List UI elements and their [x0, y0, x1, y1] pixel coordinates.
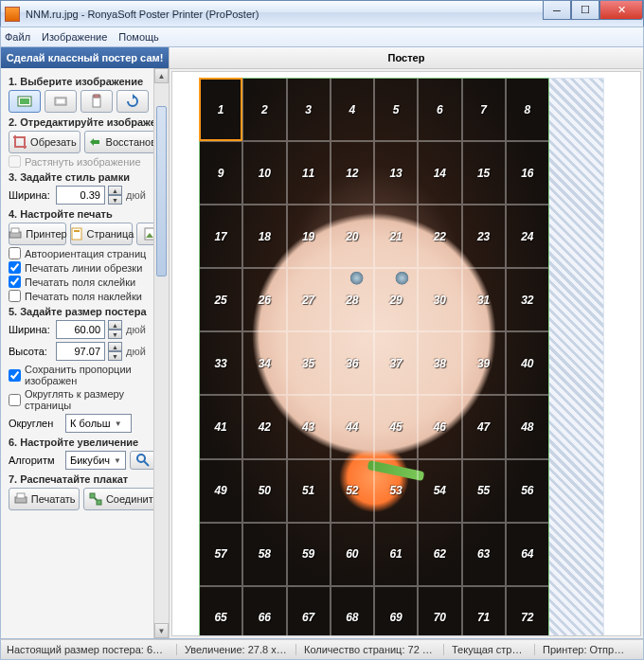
poster-height-spinner[interactable]: ▲▼	[108, 342, 122, 361]
status-page-count: Количество страниц: 72 - …	[304, 644, 444, 655]
svg-rect-3	[57, 99, 64, 103]
maximize-button[interactable]: ☐	[571, 1, 599, 20]
svg-point-11	[137, 455, 145, 462]
stretch-check-row: Растянуть изображение	[9, 155, 163, 168]
step-5-label: 5. Задайте размер постера	[9, 306, 163, 317]
step-1-label: 1. Выберите изображение	[9, 76, 163, 87]
svg-rect-14	[17, 493, 25, 498]
svg-rect-16	[97, 500, 101, 505]
preview-canvas[interactable]: 1234567891011121314151617181920212223242…	[171, 71, 641, 636]
poster-width-spinner[interactable]: ▲▼	[108, 320, 122, 339]
print-overlap-checkbox[interactable]	[9, 290, 21, 302]
scan-button[interactable]	[45, 90, 77, 113]
poster-height-label: Высота:	[9, 346, 52, 357]
preview-pane: Постер 123456789101112131415161718192021…	[170, 47, 643, 638]
sidebar: Сделай классный постер сам! 1. Выберите …	[1, 47, 170, 638]
auto-orient-checkbox[interactable]	[9, 247, 21, 259]
minimize-button[interactable]: ─	[543, 1, 571, 20]
svg-rect-15	[90, 493, 95, 498]
poster-width-input[interactable]: 60.00	[56, 320, 105, 339]
close-button[interactable]: ✕	[599, 1, 643, 20]
preview-zoom-button[interactable]	[130, 451, 156, 470]
menu-image[interactable]: Изображение	[42, 31, 107, 43]
status-current-page: Текущая стран…	[452, 644, 535, 655]
join-button[interactable]: Соединить	[83, 488, 163, 510]
algorithm-combo[interactable]: Бикубич▼	[65, 451, 126, 470]
window-titlebar: NNM.ru.jpg - RonyaSoft Poster Printer (P…	[0, 0, 644, 27]
poster-width-label: Ширина:	[9, 324, 52, 335]
step-4-label: 4. Настройте печать	[9, 208, 163, 220]
svg-rect-8	[72, 228, 81, 240]
page-setup-button[interactable]: Страница	[70, 223, 133, 245]
excess-area-right	[549, 78, 604, 636]
svg-rect-7	[11, 228, 19, 233]
restore-button[interactable]: Восстанов.	[84, 131, 163, 153]
sidebar-scrollbar[interactable]: ▲ ▼	[153, 68, 169, 638]
svg-rect-1	[20, 98, 29, 104]
print-crop-checkbox[interactable]	[9, 261, 21, 274]
svg-rect-5	[94, 95, 99, 98]
svg-line-17	[95, 498, 97, 500]
frame-width-input[interactable]: 0.39	[56, 186, 105, 205]
step-3-label: 3. Задайте стиль рамки	[9, 171, 163, 183]
open-image-button[interactable]	[9, 90, 41, 113]
clipboard-button[interactable]	[80, 90, 113, 113]
poster-image	[199, 78, 549, 636]
status-bar: Настоящий размер постера: 60.00 x … Увел…	[0, 639, 644, 660]
round-page-checkbox[interactable]	[9, 394, 21, 406]
status-real-size: Настоящий размер постера: 60.00 x …	[7, 644, 177, 655]
round-mode-combo[interactable]: К больш▼	[65, 414, 132, 433]
algorithm-label: Алгоритм	[9, 455, 62, 466]
print-glue-checkbox[interactable]	[9, 276, 21, 288]
svg-rect-9	[74, 230, 80, 232]
round-mode-label: Округлен	[9, 418, 62, 429]
crop-button[interactable]: Обрезать	[9, 131, 80, 153]
step-2-label: 2. Отредактируйте изображен	[9, 116, 163, 128]
menu-help[interactable]: Помощь	[118, 31, 159, 43]
window-title: NNM.ru.jpg - RonyaSoft Poster Printer (P…	[26, 9, 259, 20]
step-6-label: 6. Настройте увеличение	[9, 437, 163, 448]
status-printer: Принтер: Отправить в On…	[543, 644, 637, 655]
status-zoom: Увеличение: 27.8 x 27.8	[185, 644, 296, 655]
poster-height-input[interactable]: 97.07	[56, 342, 105, 361]
rotate-button[interactable]	[116, 90, 149, 113]
menu-file[interactable]: Файл	[5, 31, 30, 43]
scroll-up-icon[interactable]: ▲	[154, 68, 169, 83]
frame-width-label: Ширина:	[9, 189, 52, 201]
frame-width-spinner[interactable]: ▲▼	[108, 186, 122, 205]
printer-button[interactable]: Принтер	[9, 223, 66, 245]
sidebar-header: Сделай классный постер сам!	[1, 47, 169, 68]
menubar: Файл Изображение Помощь	[0, 27, 644, 47]
keep-aspect-checkbox[interactable]	[9, 369, 21, 382]
step-7-label: 7. Распечатайте плакат	[9, 473, 163, 485]
stretch-checkbox	[9, 155, 21, 168]
scroll-down-icon[interactable]: ▼	[154, 623, 169, 638]
app-icon	[5, 7, 20, 22]
print-button[interactable]: Печатать	[9, 488, 80, 510]
scroll-thumb[interactable]	[156, 106, 167, 276]
svg-line-12	[144, 461, 149, 466]
preview-header: Постер	[170, 47, 643, 69]
